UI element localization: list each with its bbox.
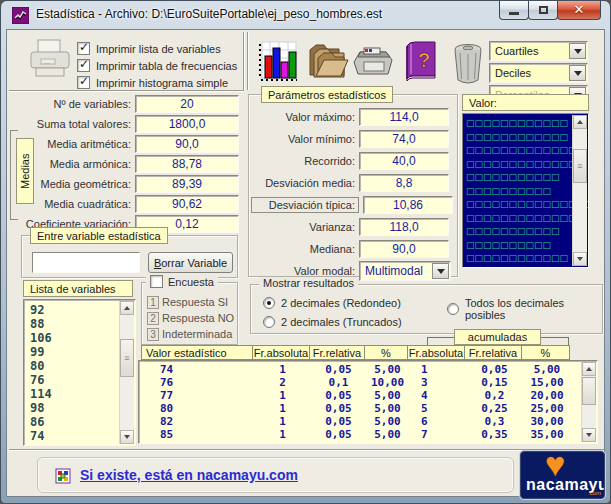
entre-variable-legend: Entre variable estadística bbox=[30, 227, 168, 244]
save-floppy-icon[interactable] bbox=[352, 46, 394, 80]
scroll-thumb[interactable]: ≡ bbox=[573, 149, 587, 183]
parametros-group: Parámetros estadísticos Valor máximo: 11… bbox=[248, 94, 458, 277]
cell: 30,00 bbox=[523, 415, 571, 428]
scroll-up-icon[interactable] bbox=[573, 115, 587, 129]
nacamayu-mini-icon bbox=[55, 468, 71, 484]
checkbox-checked-icon[interactable] bbox=[77, 59, 90, 72]
radio-selected-icon[interactable] bbox=[263, 297, 275, 309]
minimize-button[interactable] bbox=[499, 1, 529, 20]
variables-listbox[interactable]: 92 88 106 99 80 76 114 98 86 74 ≡ bbox=[23, 299, 136, 446]
printer-icon[interactable]: ... bbox=[27, 38, 73, 80]
trash-icon[interactable] bbox=[449, 40, 487, 84]
scroll-down-icon[interactable] bbox=[120, 430, 134, 444]
stat-row: Suma total valores: 1800,0 bbox=[11, 114, 243, 133]
cell: 82 bbox=[142, 415, 254, 428]
param-value-field: 118,0 bbox=[359, 218, 449, 236]
col-header: Valor estadístico bbox=[141, 345, 253, 360]
valor-histogram-panel[interactable]: □□□□□□□□□□□□ □□□□□□□□□□□□ □□□□□□□□□□□□□□… bbox=[462, 113, 589, 268]
radio-truncados[interactable]: 2 decimales (Truncados) bbox=[263, 316, 402, 328]
valor-tag: Valor: bbox=[462, 94, 589, 111]
scroll-thumb[interactable] bbox=[582, 377, 596, 405]
deciles-value: Deciles bbox=[490, 64, 568, 82]
block-row: □□□□□□□□□□□ bbox=[463, 225, 588, 239]
window-title: Estadística - Archivo: D:\EuroSuitePorta… bbox=[36, 7, 382, 21]
table-scrollbar[interactable] bbox=[581, 362, 596, 442]
open-folders-icon[interactable] bbox=[304, 40, 350, 84]
encuesta-item-label: Indeterminada bbox=[162, 328, 232, 340]
encuesta-legend[interactable]: Encuesta bbox=[146, 275, 218, 288]
app-icon bbox=[12, 7, 29, 24]
radio-unselected-icon[interactable] bbox=[263, 316, 275, 328]
cell: 5,00 bbox=[366, 389, 409, 402]
stat-row: Media geométrica: 89,39 bbox=[11, 174, 243, 193]
table-row[interactable]: 74 1 0,05 5,00 1 0,05 5,00 bbox=[142, 363, 571, 376]
borrar-variable-button[interactable]: Borrar Variable bbox=[148, 252, 233, 273]
block-row: □□□□□□□□□□□□□ bbox=[463, 158, 588, 172]
param-row: Desviación típica: 10,86 bbox=[251, 195, 455, 214]
print-list-checkbox-row[interactable]: Imprimir lista de variables bbox=[77, 41, 221, 56]
nacamayu-logo[interactable]: ♥ nacamayu .com bbox=[520, 451, 605, 499]
checkbox-unchecked-icon[interactable] bbox=[150, 275, 163, 288]
encuesta-num: 3 bbox=[147, 328, 159, 341]
deciles-combobox[interactable]: Deciles bbox=[489, 63, 588, 83]
scroll-thumb[interactable]: ≡ bbox=[120, 339, 134, 377]
col-header: Fr.absoluta bbox=[408, 345, 465, 360]
table-row[interactable]: 77 1 0,05 5,00 4 0,2 20,00 bbox=[142, 389, 571, 402]
maximize-button[interactable] bbox=[528, 1, 558, 20]
table-row[interactable]: 76 2 0,1 10,00 3 0,15 15,00 bbox=[142, 376, 571, 389]
checkbox-checked-icon[interactable] bbox=[77, 76, 90, 89]
table-row[interactable]: 82 1 0,05 5,00 6 0,3 30,00 bbox=[142, 415, 571, 428]
cell: 0,3 bbox=[466, 415, 523, 428]
cell: 0,05 bbox=[311, 428, 366, 441]
desviacion-tipica-button[interactable]: Desviación típica: bbox=[251, 197, 359, 213]
cell: 0,05 bbox=[466, 363, 523, 376]
radio-label: 2 decimales (Truncados) bbox=[281, 316, 402, 328]
scroll-down-icon[interactable] bbox=[582, 428, 596, 442]
radio-label: Todos los decimales posibles bbox=[465, 297, 602, 321]
chevron-down-icon[interactable] bbox=[569, 43, 586, 59]
table-row[interactable]: 85 1 0,05 5,00 7 0,35 35,00 bbox=[142, 428, 571, 441]
cell: 80 bbox=[142, 402, 254, 415]
cell: 1 bbox=[409, 363, 466, 376]
cell: 0,25 bbox=[466, 402, 523, 415]
cell: 5,00 bbox=[366, 415, 409, 428]
stat-value-field: 1800,0 bbox=[135, 115, 239, 133]
close-icon: ✕ bbox=[574, 2, 585, 17]
scroll-down-icon[interactable] bbox=[573, 252, 587, 266]
checkbox-checked-icon[interactable] bbox=[77, 42, 90, 55]
separator bbox=[243, 32, 245, 90]
chevron-down-icon[interactable] bbox=[569, 65, 586, 81]
histogram-icon[interactable] bbox=[257, 40, 299, 84]
valor-scrollbar[interactable]: ≡ bbox=[572, 115, 587, 266]
radio-label: 2 decimales (Redondeo) bbox=[281, 297, 401, 309]
chevron-down-icon[interactable] bbox=[432, 263, 449, 279]
scroll-up-icon[interactable] bbox=[120, 301, 134, 315]
separator bbox=[247, 32, 249, 90]
cell: 74 bbox=[142, 363, 254, 376]
radio-redondeo[interactable]: 2 decimales (Redondeo) bbox=[263, 297, 401, 309]
col-header: Fr.relativa bbox=[310, 345, 365, 360]
param-value-field: 114,0 bbox=[359, 108, 449, 126]
cell: 7 bbox=[409, 428, 466, 441]
valor-modal-combobox[interactable]: Multimodal bbox=[359, 261, 451, 281]
radio-todos-decimales[interactable]: Todos los decimales posibles bbox=[447, 297, 602, 321]
list-scrollbar[interactable]: ≡ bbox=[119, 301, 134, 444]
param-label: Recorrido: bbox=[251, 155, 359, 167]
valor-modal-value: Multimodal bbox=[360, 262, 431, 280]
radio-unselected-icon[interactable] bbox=[447, 303, 459, 315]
table-row[interactable]: 80 1 0,05 5,00 5 0,25 25,00 bbox=[142, 402, 571, 415]
scroll-up-icon[interactable] bbox=[582, 362, 596, 376]
stat-row: Media aritmética: 90,0 bbox=[11, 134, 243, 153]
nacamayu-link[interactable]: Si existe, está en nacamayu.com bbox=[80, 467, 298, 483]
print-histogram-checkbox-row[interactable]: Imprimir histograma simple bbox=[77, 75, 228, 90]
help-book-icon[interactable]: ? bbox=[399, 40, 441, 84]
cuartiles-combobox[interactable]: Cuartiles bbox=[489, 41, 588, 61]
cell: 0,05 bbox=[311, 389, 366, 402]
title-bar[interactable]: Estadística - Archivo: D:\EuroSuitePorta… bbox=[1, 1, 610, 29]
client-area: ... Imprimir lista de variables Imprimir… bbox=[6, 29, 605, 497]
variable-input[interactable] bbox=[32, 252, 140, 273]
col-header: Fr.relativa bbox=[465, 345, 522, 360]
lista-variables-tag: Lista de variables bbox=[23, 280, 133, 297]
print-table-checkbox-row[interactable]: Imprimir tabla de frecuencias bbox=[77, 58, 237, 73]
close-button[interactable]: ✕ bbox=[557, 1, 601, 20]
